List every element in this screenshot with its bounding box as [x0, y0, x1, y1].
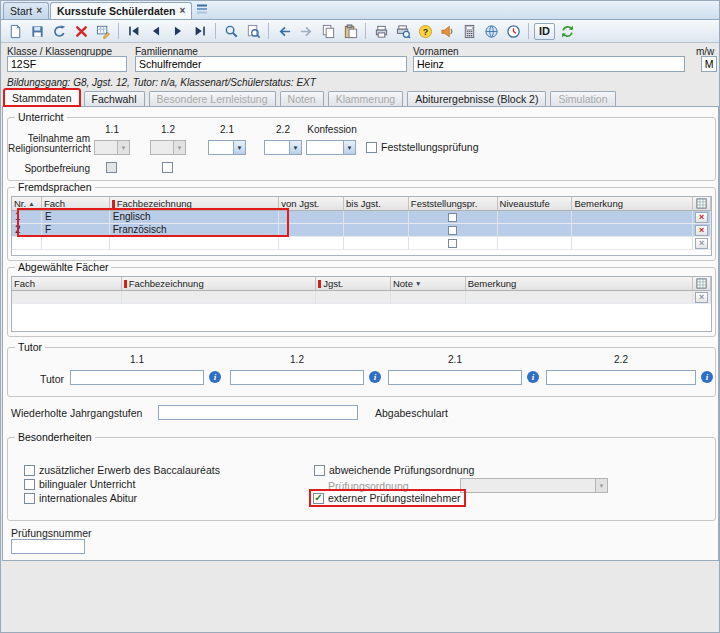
- tab-kursstufe-schuelerdaten[interactable]: Kursstufe Schülerdaten ×: [50, 2, 192, 19]
- col-fach[interactable]: Fach: [12, 277, 122, 291]
- copy-icon[interactable]: [318, 22, 338, 41]
- feststellung-checkbox[interactable]: [448, 213, 457, 222]
- tutor-1-2-input[interactable]: [230, 370, 364, 385]
- delete-row-button[interactable]: ×: [695, 238, 708, 249]
- chevron-down-icon[interactable]: ▼: [233, 140, 246, 155]
- col-feststellungspr-label: Feststellungspr.: [411, 198, 478, 209]
- col-feststellungspr[interactable]: Feststellungspr.: [409, 197, 498, 211]
- delete-row-button[interactable]: ×: [695, 212, 708, 223]
- calculator-icon[interactable]: [459, 22, 479, 41]
- info-icon[interactable]: i: [369, 371, 381, 383]
- table-settings-button[interactable]: [693, 197, 711, 211]
- cell-bemerkung: [572, 224, 693, 237]
- col-bis-jgst-label: bis Jgst.: [346, 198, 381, 209]
- first-record-icon[interactable]: [124, 22, 144, 41]
- tab-stammdaten[interactable]: Stammdaten: [4, 89, 80, 106]
- col-jgst[interactable]: Jgst.: [316, 277, 391, 291]
- baccalaureat-checkbox[interactable]: zusätzlicher Erwerb des Baccalauréats: [24, 464, 220, 476]
- table-row-empty[interactable]: ×: [12, 291, 711, 304]
- tab-start[interactable]: Start ×: [3, 2, 49, 19]
- info-icon[interactable]: i: [527, 371, 539, 383]
- id-button[interactable]: ID: [534, 23, 555, 40]
- checkbox-box[interactable]: [366, 142, 377, 153]
- wiederholte-jahrgangstufen-input[interactable]: [158, 405, 358, 420]
- navigate-back-icon[interactable]: [274, 22, 294, 41]
- close-icon[interactable]: ×: [36, 6, 42, 16]
- previous-record-icon[interactable]: [146, 22, 166, 41]
- chevron-down-icon: ▼: [595, 478, 608, 493]
- col-bemerkung[interactable]: Bemerkung: [572, 197, 693, 211]
- paste-icon[interactable]: [340, 22, 360, 41]
- cell-von-jgst: [279, 237, 344, 250]
- last-record-icon[interactable]: [190, 22, 210, 41]
- table-row[interactable]: 2 F Französisch ×: [12, 224, 711, 237]
- checkbox-box[interactable]: [24, 465, 35, 476]
- feststellung-checkbox[interactable]: [448, 226, 457, 235]
- checkbox-box[interactable]: [24, 479, 35, 490]
- tutor-2-2-input[interactable]: [546, 370, 696, 385]
- feststellungspruefung-checkbox[interactable]: Feststellungsprüfung: [366, 141, 478, 153]
- tab-abiturergebnisse[interactable]: Abiturergebnisse (Block 2): [407, 91, 546, 106]
- col-niveaustufe[interactable]: Niveaustufe: [498, 197, 573, 211]
- next-record-icon[interactable]: [168, 22, 188, 41]
- globe-icon[interactable]: [481, 22, 501, 41]
- table-settings-button[interactable]: [693, 277, 711, 291]
- internationales-abitur-checkbox[interactable]: internationales Abitur: [24, 492, 137, 504]
- save-icon[interactable]: [27, 22, 47, 41]
- info-icon[interactable]: i: [701, 371, 713, 383]
- tutor-1-1-input[interactable]: [70, 370, 204, 385]
- checkbox-box[interactable]: [162, 162, 173, 173]
- toolbar-separator: [268, 23, 269, 39]
- tab-list-icon[interactable]: [196, 3, 208, 17]
- delete-row-button[interactable]: ×: [695, 225, 708, 236]
- col-nr[interactable]: Nr.▲: [12, 197, 42, 211]
- table-row-empty[interactable]: ×: [12, 237, 711, 250]
- familienname-input[interactable]: [135, 56, 407, 72]
- col-von-jgst[interactable]: von Jgst.: [279, 197, 344, 211]
- search-icon[interactable]: [221, 22, 241, 41]
- cell-bis-jgst: [344, 224, 409, 237]
- col-bemerkung[interactable]: Bemerkung: [466, 277, 693, 291]
- religion-2-1-combo[interactable]: ▼: [208, 140, 246, 155]
- abweichende-pruefungsordnung-checkbox[interactable]: abweichende Prüfungsordnung: [314, 464, 474, 476]
- filter-search-icon[interactable]: [243, 22, 263, 41]
- col-fach[interactable]: Fach: [42, 197, 110, 211]
- tutor-period-2-1-label: 2.1: [388, 354, 522, 365]
- checkbox-box[interactable]: [24, 493, 35, 504]
- close-icon[interactable]: ×: [179, 6, 185, 16]
- print-icon[interactable]: [371, 22, 391, 41]
- checkbox-box[interactable]: [314, 465, 325, 476]
- col-bis-jgst[interactable]: bis Jgst.: [344, 197, 409, 211]
- tutor-2-1-input[interactable]: [388, 370, 522, 385]
- sportbefreiung-1-2-checkbox[interactable]: [162, 162, 173, 173]
- report-icon[interactable]: [437, 22, 457, 41]
- refresh-icon[interactable]: [557, 22, 577, 41]
- navigate-forward-icon[interactable]: [296, 22, 316, 41]
- new-icon[interactable]: [5, 22, 25, 41]
- help-icon[interactable]: ?: [415, 22, 435, 41]
- table-row[interactable]: 1 E Englisch ×: [12, 211, 711, 224]
- undo-icon[interactable]: [49, 22, 69, 41]
- bilingual-checkbox[interactable]: bilingualer Unterricht: [24, 478, 135, 490]
- feststellung-checkbox[interactable]: [448, 239, 457, 248]
- info-icon[interactable]: i: [209, 371, 221, 383]
- vornamen-input[interactable]: [413, 56, 685, 72]
- mw-input[interactable]: [701, 56, 717, 72]
- print-preview-icon[interactable]: [393, 22, 413, 41]
- chevron-down-icon[interactable]: ▼: [343, 140, 356, 155]
- externer-pruefungsteilnehmer-checkbox[interactable]: ✓ externer Prüfungsteilnehmer: [311, 491, 464, 505]
- col-note[interactable]: Note▼: [391, 277, 466, 291]
- col-fachbezeichnung[interactable]: Fachbezeichnung: [122, 277, 316, 291]
- religion-2-2-combo[interactable]: ▼: [264, 140, 302, 155]
- pruefungsnummer-input[interactable]: [11, 539, 85, 554]
- chevron-down-icon[interactable]: ▼: [289, 140, 302, 155]
- delete-icon[interactable]: [71, 22, 91, 41]
- history-icon[interactable]: [503, 22, 523, 41]
- table-edit-icon[interactable]: [93, 22, 113, 41]
- konfession-combo[interactable]: ▼: [306, 140, 356, 155]
- klasse-input[interactable]: [7, 56, 127, 72]
- col-fachbezeichnung[interactable]: Fachbezeichnung: [110, 197, 280, 211]
- delete-row-button[interactable]: ×: [695, 292, 708, 303]
- tab-fachwahl[interactable]: Fachwahl: [84, 91, 145, 106]
- checkbox-box[interactable]: ✓: [313, 493, 324, 504]
